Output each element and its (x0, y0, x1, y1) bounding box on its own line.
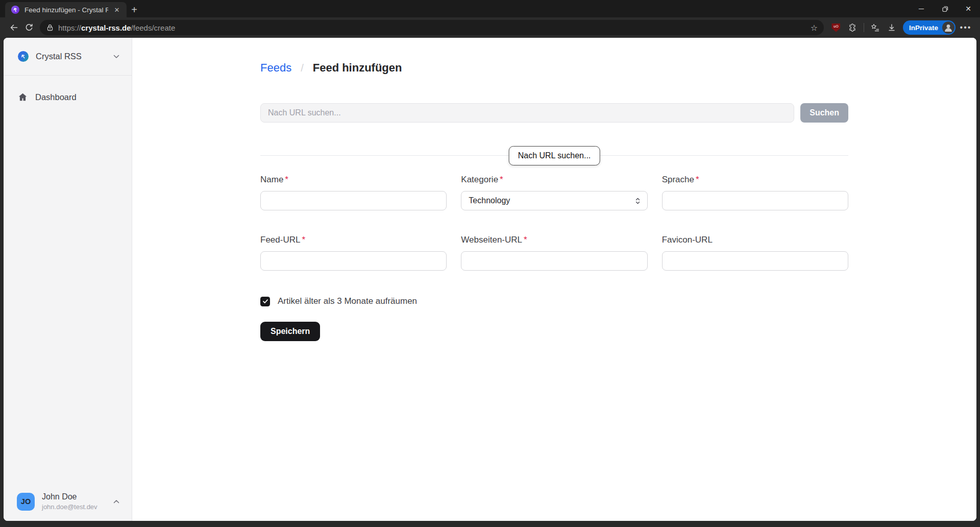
site-favicon-icon (11, 6, 19, 14)
address-bar[interactable]: https://crystal-rss.de/feeds/create ☆ (40, 20, 824, 35)
url-text: https://crystal-rss.de/feeds/create (58, 23, 806, 32)
field-webseiten-url: Webseiten-URL* (461, 235, 647, 271)
favicon-url-input[interactable] (662, 251, 848, 271)
profile-avatar-icon (942, 21, 954, 34)
cleanup-checkbox[interactable] (260, 297, 270, 306)
app-name: Crystal RSS (36, 52, 113, 61)
lock-icon[interactable] (46, 23, 54, 32)
section-divider: Nach URL suchen... (260, 155, 848, 156)
kategorie-select[interactable]: Technology (461, 191, 647, 210)
restore-button[interactable] (933, 0, 957, 17)
sidebar: Crystal RSS Dashboard JO John Doe john.d… (4, 38, 132, 521)
save-button[interactable]: Speichern (260, 322, 320, 341)
tab-strip: Feed hinzufügen - Crystal RSS ✕ + ─ ✕ (0, 0, 980, 17)
breadcrumb: Feeds / Feed hinzufügen (260, 61, 848, 75)
field-favicon-url: Favicon-URL (662, 235, 848, 271)
tab-close-icon[interactable]: ✕ (112, 5, 121, 14)
browser-toolbar: https://crystal-rss.de/feeds/create ☆ uO… (0, 17, 980, 38)
browser-menu-icon[interactable]: ••• (958, 20, 973, 35)
field-sprache: Sprache* (662, 175, 848, 210)
page-title: Feed hinzufügen (313, 61, 402, 75)
app-switcher[interactable]: Crystal RSS (4, 38, 132, 76)
selected-option: Technology (469, 196, 510, 205)
cleanup-checkbox-label: Artikel älter als 3 Monate aufräumen (278, 296, 417, 306)
required-asterisk: * (285, 175, 288, 184)
downloads-icon[interactable] (884, 20, 899, 35)
favorites-icon[interactable] (868, 20, 883, 35)
back-icon[interactable] (6, 20, 21, 35)
user-email: john.doe@test.dev (42, 503, 113, 511)
adblock-extension-icon[interactable]: uO (828, 20, 844, 35)
checkmark-icon (262, 298, 268, 304)
add-favorite-star-icon[interactable]: ☆ (811, 23, 818, 33)
content-frame: Crystal RSS Dashboard JO John Doe john.d… (0, 38, 980, 527)
field-name: Name* (260, 175, 447, 210)
name-input[interactable] (260, 191, 447, 210)
field-feed-url: Feed-URL* (260, 235, 447, 271)
url-search-row: Suchen (260, 103, 848, 123)
select-stepper-icon (634, 197, 641, 205)
tab-title: Feed hinzufügen - Crystal RSS (24, 6, 108, 14)
minimize-button[interactable]: ─ (910, 0, 933, 17)
refresh-icon[interactable] (21, 20, 37, 35)
breadcrumb-separator: / (301, 62, 304, 74)
sidebar-item-dashboard[interactable]: Dashboard (4, 86, 132, 108)
sprache-input[interactable] (662, 191, 848, 210)
browser-tab[interactable]: Feed hinzufügen - Crystal RSS ✕ (5, 2, 127, 17)
window-controls: ─ ✕ (910, 0, 980, 17)
breadcrumb-feeds-link[interactable]: Feeds (260, 61, 291, 75)
webseiten-url-input[interactable] (461, 251, 647, 271)
feed-form: Name* Kategorie* Technology Sprache* (260, 175, 848, 271)
chevron-down-icon (113, 55, 119, 59)
browser-window: Feed hinzufügen - Crystal RSS ✕ + ─ ✕ ht… (0, 0, 980, 527)
new-tab-button[interactable]: + (127, 2, 142, 17)
cleanup-checkbox-row: Artikel älter als 3 Monate aufräumen (260, 296, 848, 306)
feed-url-input[interactable] (260, 251, 447, 271)
required-asterisk: * (696, 175, 699, 184)
required-asterisk: * (500, 175, 503, 184)
extensions-puzzle-icon[interactable] (845, 20, 860, 35)
sidebar-item-label: Dashboard (35, 92, 77, 102)
user-avatar: JO (17, 493, 35, 511)
main-content: Feeds / Feed hinzufügen Suchen Nach URL … (132, 38, 976, 521)
home-icon (18, 92, 28, 102)
web-page: Crystal RSS Dashboard JO John Doe john.d… (4, 38, 976, 521)
required-asterisk: * (302, 235, 305, 245)
app-logo-icon (18, 51, 29, 62)
tooltip: Nach URL suchen... (509, 146, 600, 165)
url-search-input[interactable] (260, 103, 794, 123)
inprivate-badge[interactable]: InPrivate (903, 20, 955, 35)
toolbar-separator (864, 23, 864, 32)
search-button[interactable]: Suchen (800, 103, 848, 123)
close-button[interactable]: ✕ (957, 0, 980, 17)
required-asterisk: * (524, 235, 527, 245)
field-kategorie: Kategorie* Technology (461, 175, 647, 210)
user-menu[interactable]: JO John Doe john.doe@test.dev (4, 485, 132, 521)
user-name: John Doe (42, 492, 113, 501)
chevron-up-icon (113, 499, 119, 504)
